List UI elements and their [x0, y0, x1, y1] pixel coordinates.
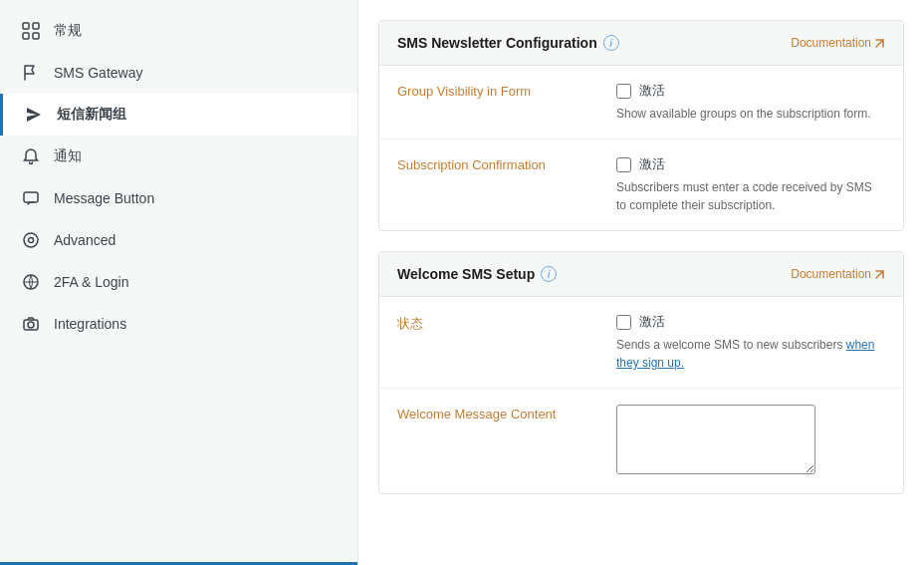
sidebar-item-sms-newsletter-label: 短信新闻组 [57, 106, 338, 124]
svg-rect-0 [23, 23, 29, 29]
sidebar-item-notifications-label: 通知 [54, 147, 338, 165]
grid-icon [20, 20, 42, 42]
sms-newsletter-config-title: SMS Newsletter Configuration i [397, 35, 619, 51]
subscription-confirmation-desc: Subscribers must enter a code received b… [616, 178, 885, 214]
sidebar-item-2fa-login-label: 2FA & Login [54, 274, 338, 290]
sidebar-item-general[interactable]: 常规 [0, 10, 357, 52]
sidebar-item-sms-newsletter[interactable]: 短信新闻组 [0, 94, 357, 136]
welcome-sms-setup-header: Welcome SMS Setup i Documentation [379, 252, 903, 297]
subscription-confirmation-checkbox[interactable] [616, 157, 631, 172]
welcome-message-content-control [616, 405, 885, 477]
subscription-confirmation-label[interactable]: Subscription Confirmation [397, 155, 616, 172]
welcome-message-content-row: Welcome Message Content [379, 389, 903, 493]
sidebar-item-sms-gateway-label: SMS Gateway [54, 65, 338, 81]
sms-newsletter-config-card: SMS Newsletter Configuration i Documenta… [378, 20, 904, 231]
subscription-confirmation-checkbox-label: 激活 [639, 155, 665, 173]
info-icon-newsletter[interactable]: i [603, 35, 619, 51]
wp-icon [20, 271, 42, 293]
flag-icon [20, 62, 42, 84]
camera-icon [20, 313, 42, 335]
sms-newsletter-config-header: SMS Newsletter Configuration i Documenta… [379, 21, 903, 66]
doc-link-newsletter[interactable]: Documentation [791, 36, 885, 50]
sidebar-item-2fa-login[interactable]: 2FA & Login [0, 261, 357, 303]
main-content: SMS Newsletter Configuration i Documenta… [358, 0, 924, 565]
message-icon [20, 187, 42, 209]
svg-point-5 [24, 233, 38, 247]
sidebar-item-advanced[interactable]: Advanced [0, 219, 357, 261]
svg-point-6 [29, 238, 34, 243]
sidebar-item-sms-gateway[interactable]: SMS Gateway [0, 52, 357, 94]
group-visibility-control: 激活 Show available groups on the subscrip… [616, 82, 885, 123]
status-checkbox-label: 激活 [639, 313, 665, 331]
sidebar-item-notifications[interactable]: 通知 [0, 136, 357, 177]
status-control: 激活 Sends a welcome SMS to new subscriber… [616, 313, 885, 372]
welcome-sms-setup-title: Welcome SMS Setup i [397, 266, 557, 282]
subscription-confirmation-checkbox-row: 激活 [616, 155, 885, 173]
svg-rect-1 [33, 23, 39, 29]
svg-rect-3 [33, 33, 39, 39]
sidebar: 常规 SMS Gateway 短信新闻组 通知 [0, 0, 358, 565]
group-visibility-row: Group Visibility in Form 激活 Show availab… [379, 66, 903, 140]
status-label[interactable]: 状态 [397, 313, 616, 333]
status-checkbox[interactable] [616, 315, 631, 330]
svg-rect-2 [23, 33, 29, 39]
sidebar-item-integrations[interactable]: Integrations [0, 303, 357, 345]
svg-rect-4 [24, 192, 38, 202]
subscription-confirmation-control: 激活 Subscribers must enter a code receive… [616, 155, 885, 214]
group-visibility-checkbox[interactable] [616, 84, 631, 99]
welcome-message-content-label[interactable]: Welcome Message Content [397, 405, 616, 422]
welcome-message-content-textarea[interactable] [616, 405, 815, 474]
group-visibility-checkbox-label: 激活 [639, 82, 665, 100]
sidebar-item-advanced-label: Advanced [54, 232, 338, 248]
group-visibility-desc: Show available groups on the subscriptio… [616, 105, 885, 123]
advanced-icon [20, 229, 42, 251]
group-visibility-label[interactable]: Group Visibility in Form [397, 82, 616, 99]
welcome-sms-setup-card: Welcome SMS Setup i Documentation 状态 激活 … [378, 251, 904, 494]
svg-point-9 [28, 322, 34, 328]
status-row: 状态 激活 Sends a welcome SMS to new subscri… [379, 297, 903, 389]
doc-link-welcome[interactable]: Documentation [791, 267, 885, 281]
sidebar-item-message-button[interactable]: Message Button [0, 177, 357, 219]
subscription-confirmation-row: Subscription Confirmation 激活 Subscribers… [379, 140, 903, 230]
group-visibility-checkbox-row: 激活 [616, 82, 885, 100]
sidebar-bottom [0, 345, 357, 565]
sidebar-item-message-button-label: Message Button [54, 190, 338, 206]
sidebar-item-general-label: 常规 [54, 22, 338, 40]
bell-icon [20, 145, 42, 167]
info-icon-welcome[interactable]: i [541, 266, 557, 282]
sidebar-item-integrations-label: Integrations [54, 316, 338, 332]
status-checkbox-row: 激活 [616, 313, 885, 331]
status-desc: Sends a welcome SMS to new subscribers w… [616, 336, 885, 372]
send-icon [23, 104, 45, 126]
